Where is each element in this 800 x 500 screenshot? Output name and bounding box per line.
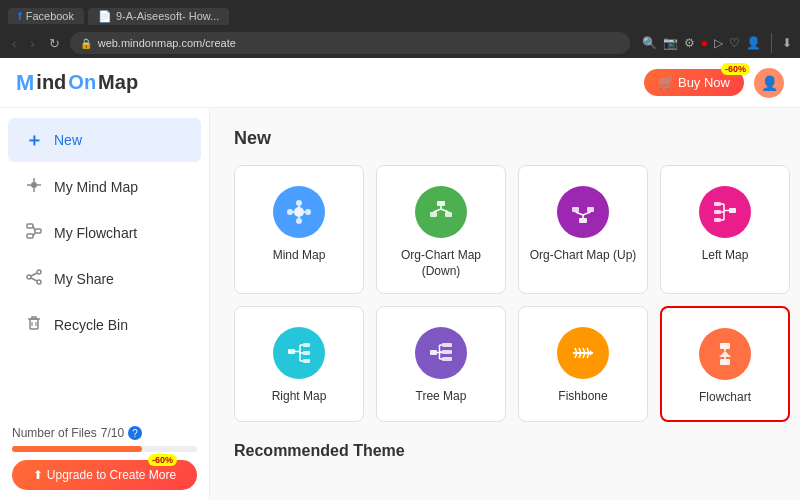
sidebar-item-flowchart[interactable]: My Flowchart: [8, 212, 201, 254]
svg-line-9: [33, 233, 35, 236]
facebook-icon: f: [18, 10, 22, 22]
svg-line-31: [434, 209, 442, 212]
flowchart-card-icon: [699, 328, 751, 380]
svg-rect-42: [714, 218, 721, 222]
help-icon[interactable]: ?: [128, 426, 142, 440]
download-icon[interactable]: ⬇: [782, 36, 792, 50]
svg-point-12: [37, 280, 41, 284]
svg-rect-15: [30, 319, 38, 329]
card-right-map[interactable]: Right Map: [234, 306, 364, 422]
svg-line-37: [576, 212, 584, 215]
cast-icon[interactable]: ▷: [714, 36, 723, 50]
mindmap-icon: [24, 176, 44, 198]
extensions-icon[interactable]: ⚙: [684, 36, 695, 50]
app-body: ＋ New My Mind Map: [0, 108, 800, 500]
svg-rect-33: [579, 218, 587, 223]
card-org-chart-down[interactable]: Org-Chart Map(Down): [376, 165, 506, 294]
sidebar-item-flowchart-label: My Flowchart: [54, 225, 137, 241]
svg-point-19: [296, 200, 302, 206]
new-section-title: New: [234, 128, 776, 149]
svg-point-21: [287, 209, 293, 215]
user-icon[interactable]: 👤: [746, 36, 761, 50]
card-tree-map[interactable]: Tree Map: [376, 306, 506, 422]
svg-point-20: [296, 218, 302, 224]
svg-rect-35: [587, 207, 594, 212]
card-fishbone[interactable]: Fishbone: [518, 306, 648, 422]
header-right: 🛒 Buy Now -60% 👤: [644, 68, 784, 98]
nav-forward-button[interactable]: ›: [26, 34, 38, 53]
buy-now-label: Buy Now: [678, 75, 730, 90]
org-chart-down-icon: [415, 186, 467, 238]
tab-facebook[interactable]: f Facebook: [8, 8, 84, 24]
doc-icon: 📄: [98, 10, 112, 23]
svg-rect-51: [303, 359, 310, 363]
sidebar-item-recycle[interactable]: Recycle Bin: [8, 304, 201, 346]
sidebar-item-mindmap[interactable]: My Mind Map: [8, 166, 201, 208]
card-left-map[interactable]: Left Map: [660, 165, 790, 294]
tree-map-label: Tree Map: [416, 389, 467, 405]
sidebar-item-new[interactable]: ＋ New: [8, 118, 201, 162]
svg-line-38: [583, 212, 591, 215]
svg-rect-50: [303, 351, 310, 355]
buy-now-button[interactable]: 🛒 Buy Now -60%: [644, 69, 744, 96]
card-mind-map[interactable]: Mind Map: [234, 165, 364, 294]
logo-on: On: [68, 71, 96, 94]
browser-icons: 🔍 📷 ⚙ ● ▷ ♡ 👤 ⬇: [642, 33, 792, 53]
svg-rect-29: [445, 212, 452, 217]
flowchart-icon: [24, 222, 44, 244]
svg-line-8: [33, 226, 35, 231]
profile-icon[interactable]: ●: [701, 36, 708, 50]
recycle-icon: [24, 314, 44, 336]
svg-marker-75: [590, 350, 593, 356]
nav-refresh-button[interactable]: ↻: [45, 34, 64, 53]
svg-rect-76: [720, 343, 730, 349]
url-text: web.mindonmap.com/create: [98, 37, 236, 49]
svg-point-10: [37, 270, 41, 274]
buy-discount-badge: -60%: [721, 63, 750, 75]
sidebar-bottom: Number of Files 7/10 ? ⬆ Upgrade to Crea…: [0, 416, 209, 500]
tab-aiseesoft-label: 9-A-Aiseesoft- How...: [116, 10, 219, 22]
sidebar-item-share[interactable]: My Share: [8, 258, 201, 300]
favorites-icon[interactable]: ♡: [729, 36, 740, 50]
svg-rect-5: [27, 224, 33, 228]
cart-icon: 🛒: [658, 75, 674, 90]
svg-rect-48: [288, 349, 295, 354]
svg-rect-28: [430, 212, 437, 217]
progress-bar: [12, 446, 197, 452]
org-chart-down-label: Org-Chart Map(Down): [401, 248, 481, 279]
upgrade-label: Upgrade to Create More: [47, 468, 176, 482]
upgrade-arrow-icon: ⬆: [33, 468, 43, 482]
flowchart-card-label: Flowchart: [699, 390, 751, 406]
new-icon: ＋: [24, 128, 44, 152]
search-icon[interactable]: 🔍: [642, 36, 657, 50]
svg-rect-49: [303, 343, 310, 347]
mind-map-label: Mind Map: [273, 248, 326, 264]
logo-map: Map: [98, 71, 138, 94]
upgrade-button[interactable]: ⬆ Upgrade to Create More -60%: [12, 460, 197, 490]
app-header: M ind On Map 🛒 Buy Now -60% 👤: [0, 58, 800, 108]
sidebar-item-new-label: New: [54, 132, 82, 148]
left-map-label: Left Map: [702, 248, 749, 264]
svg-rect-27: [437, 201, 445, 206]
file-count-value: 7/10: [101, 426, 124, 440]
sidebar-item-mindmap-label: My Mind Map: [54, 179, 138, 195]
svg-line-13: [31, 273, 37, 276]
lock-icon: 🔒: [80, 38, 92, 49]
tree-map-icon: [415, 327, 467, 379]
svg-line-32: [441, 209, 449, 212]
card-flowchart[interactable]: Flowchart: [660, 306, 790, 422]
screenshot-icon[interactable]: 📷: [663, 36, 678, 50]
file-count: Number of Files 7/10 ?: [12, 426, 197, 440]
address-bar[interactable]: 🔒 web.mindonmap.com/create: [70, 32, 630, 54]
svg-point-11: [27, 275, 31, 279]
recommended-section-title: Recommended Theme: [234, 442, 776, 460]
svg-point-0: [31, 182, 37, 188]
fishbone-icon: [557, 327, 609, 379]
sidebar-item-recycle-label: Recycle Bin: [54, 317, 128, 333]
nav-back-button[interactable]: ‹: [8, 34, 20, 53]
svg-rect-6: [35, 229, 41, 233]
tab-aiseesoft[interactable]: 📄 9-A-Aiseesoft- How...: [88, 8, 229, 25]
org-chart-up-label: Org-Chart Map (Up): [530, 248, 637, 264]
card-org-chart-up[interactable]: Org-Chart Map (Up): [518, 165, 648, 294]
user-avatar[interactable]: 👤: [754, 68, 784, 98]
